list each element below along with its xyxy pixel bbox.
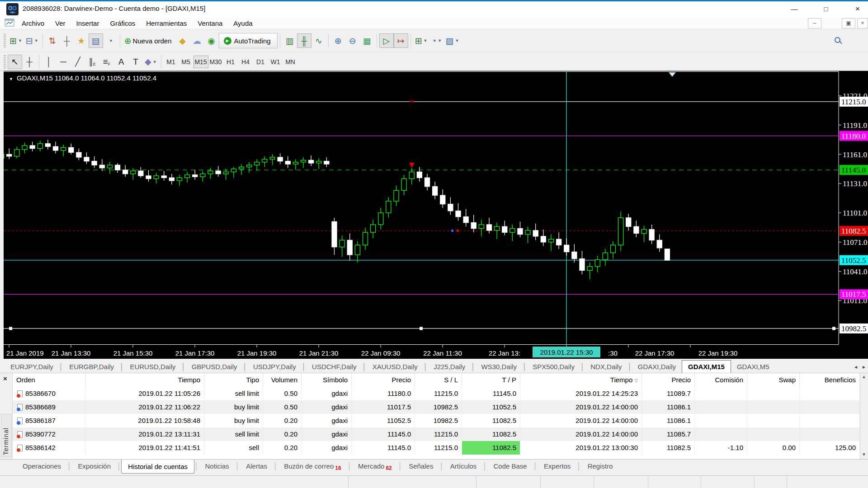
- history-row-85386187[interactable]: 853861872019.01.22 10:58:48buy limit0.20…: [13, 414, 860, 427]
- strategy-tester-button[interactable]: ◔: [103, 33, 118, 48]
- terminal-tab-code-base[interactable]: Code Base: [487, 460, 533, 473]
- templates-button[interactable]: ▨▼: [444, 33, 461, 48]
- timeframe-m30-button[interactable]: M30: [208, 56, 223, 68]
- tabs-scroll-left-icon[interactable]: ◂: [852, 362, 860, 373]
- symbol-tab-usdjpy-daily[interactable]: USDJPY,Daily: [247, 361, 302, 373]
- symbol-tab-eurusd-daily[interactable]: EURUSD,Daily: [124, 361, 181, 373]
- chart-minimize-button[interactable]: –: [808, 18, 821, 28]
- timeframe-mn-button[interactable]: MN: [283, 56, 298, 68]
- metaeditor-button[interactable]: ◆: [175, 33, 190, 48]
- menu-herramientas[interactable]: Herramientas: [141, 19, 192, 27]
- timeframe-m5-button[interactable]: M5: [179, 56, 193, 68]
- text-label-button[interactable]: T: [128, 55, 143, 69]
- zoom-out-button[interactable]: ⊖: [345, 33, 360, 48]
- terminal-tab-noticias[interactable]: Noticias: [198, 460, 235, 473]
- menu-archivo[interactable]: Archivo: [16, 19, 50, 27]
- timeframe-m1-button[interactable]: M1: [164, 56, 179, 68]
- chart-restore-button[interactable]: ▣: [842, 18, 855, 28]
- chart-window[interactable]: 11221.011191.011161.011131.011101.011071…: [0, 71, 868, 359]
- symbol-tab-gbpusd-daily[interactable]: GBPUSD,Daily: [186, 361, 243, 373]
- data-window-button[interactable]: ┼: [60, 33, 74, 48]
- candlestick-chart[interactable]: 11221.011191.011161.011131.011101.011071…: [4, 71, 868, 359]
- menu-gráficos[interactable]: Gráficos: [104, 19, 141, 27]
- terminal-tab-mercado[interactable]: Mercado62: [352, 460, 398, 474]
- trendline-button[interactable]: ╱: [71, 55, 85, 69]
- symbol-tab-eurgbp-daily[interactable]: EURGBP,Daily: [63, 361, 120, 373]
- column-header-price2[interactable]: Precio: [642, 373, 695, 387]
- symbol-tab-ndx-daily[interactable]: NDX,Daily: [585, 361, 627, 373]
- cursor-button[interactable]: ↖: [8, 55, 22, 69]
- menu-insertar[interactable]: Insertar: [71, 19, 105, 27]
- search-button[interactable]: [830, 33, 844, 47]
- symbol-tab-usdchf-daily[interactable]: USDCHF,Daily: [306, 361, 362, 373]
- column-header-sl[interactable]: S / L: [415, 373, 462, 387]
- terminal-tab-buz-n-de-correo[interactable]: Buzón de correo16: [278, 460, 347, 474]
- column-header-profit[interactable]: Beneficios: [800, 373, 860, 387]
- arrows-tool-button[interactable]: ◆▼: [143, 55, 159, 69]
- terminal-tab-art-culos[interactable]: Artículos: [444, 460, 483, 473]
- tile-windows-button[interactable]: ▦: [360, 33, 374, 48]
- terminal-tab-registro[interactable]: Registro: [581, 460, 619, 473]
- symbol-tab-gdaxi-m15[interactable]: GDAXI,M15: [682, 360, 731, 373]
- column-header-order[interactable]: Orden: [13, 373, 86, 387]
- equidistant-channel-button[interactable]: ∥E: [85, 55, 99, 69]
- terminal-side-label[interactable]: Terminal: [1, 414, 12, 457]
- bar-chart-button[interactable]: ▥: [283, 33, 297, 48]
- menu-ventana[interactable]: Ventana: [192, 19, 228, 27]
- timeframe-h4-button[interactable]: H4: [238, 56, 253, 68]
- column-header-price[interactable]: Precio: [352, 373, 415, 387]
- indicators-button[interactable]: ⊞▼: [413, 33, 429, 48]
- symbol-tab-eurjpy-daily[interactable]: EURJPY,Daily: [5, 361, 59, 373]
- horizontal-line-button[interactable]: ─: [56, 55, 71, 69]
- terminal-tab-se-ales[interactable]: Señales: [402, 460, 439, 473]
- zoom-in-button[interactable]: ⊕: [331, 33, 345, 48]
- history-row-85386670[interactable]: 853866702019.01.22 11:05:26sell limit0.5…: [13, 387, 860, 400]
- symbol-tab-ws30-daily[interactable]: WS30,Daily: [476, 361, 523, 373]
- symbol-tab-gdaxi-daily[interactable]: GDAXI,Daily: [632, 361, 682, 373]
- terminal-tab-historial-de-cuentas[interactable]: Historial de cuentas: [121, 460, 194, 474]
- chart-shift-button[interactable]: ↦: [394, 33, 408, 48]
- timeframe-w1-button[interactable]: W1: [268, 56, 283, 68]
- terminal-scrollbar[interactable]: [860, 373, 868, 459]
- scroll-down-icon[interactable]: ▼: [861, 452, 867, 458]
- symbol-tab-spx500-daily[interactable]: SPX500,Daily: [527, 361, 580, 373]
- fibonacci-button[interactable]: ≡F: [99, 55, 114, 69]
- history-row-85386689[interactable]: 853866892019.01.22 11:06:22buy limit0.50…: [13, 400, 860, 414]
- history-row-85390772[interactable]: 853907722019.01.22 13:11:31sell limit0.2…: [13, 427, 860, 441]
- autotrading-button[interactable]: ▶AutoTrading: [219, 33, 278, 48]
- market-watch-button[interactable]: ⇅: [45, 33, 60, 48]
- column-header-commission[interactable]: Comisión: [695, 373, 747, 387]
- menu-ver[interactable]: Ver: [50, 19, 71, 27]
- column-header-type[interactable]: Tipo: [204, 373, 263, 387]
- crosshair-button[interactable]: ┼: [22, 55, 37, 69]
- menu-ayuda[interactable]: Ayuda: [228, 19, 258, 27]
- window-close-button[interactable]: ×: [847, 1, 868, 17]
- terminal-close-button[interactable]: ×: [3, 375, 10, 382]
- column-header-time[interactable]: Tiempo: [86, 373, 204, 387]
- timeframe-h1-button[interactable]: H1: [223, 56, 238, 68]
- window-maximize-button[interactable]: □: [816, 1, 836, 17]
- column-header-time2[interactable]: Tiempo▽: [520, 373, 642, 387]
- profiles-button[interactable]: ⊟▼: [24, 33, 40, 48]
- column-header-volume[interactable]: Volumen: [263, 373, 302, 387]
- chart-forward-button[interactable]: ▷: [379, 33, 394, 48]
- cloud-button[interactable]: ☁: [190, 33, 204, 48]
- text-button[interactable]: A: [114, 55, 128, 69]
- candlestick-chart-button[interactable]: ╫: [297, 33, 311, 48]
- timeframe-d1-button[interactable]: D1: [253, 56, 268, 68]
- new-order-button[interactable]: ⊕Nueva orden: [123, 33, 175, 48]
- new-chart-button[interactable]: ⊞▼: [8, 33, 24, 48]
- symbol-tab-gdaxi-m5[interactable]: GDAXI,M5: [731, 361, 775, 373]
- terminal-tab-operaciones[interactable]: Operaciones: [16, 460, 67, 473]
- terminal-tab-expertos[interactable]: Expertos: [538, 460, 577, 473]
- column-header-swap[interactable]: Swap: [747, 373, 800, 387]
- chart-close-button[interactable]: ×: [857, 18, 868, 28]
- scroll-up-icon[interactable]: ▲: [861, 374, 867, 380]
- notifications-button[interactable]: 1: [849, 33, 868, 47]
- history-row-85386142[interactable]: 853861422019.01.22 11:41:51sell0.20gdaxi…: [13, 441, 860, 455]
- vertical-line-button[interactable]: │: [42, 55, 56, 69]
- terminal-tab-exposici-n[interactable]: Exposición: [71, 460, 117, 473]
- terminal-tab-alertas[interactable]: Alertas: [240, 460, 274, 473]
- column-header-tp[interactable]: T / P: [462, 373, 520, 387]
- tabs-scroll-right-icon[interactable]: ▸: [860, 362, 868, 373]
